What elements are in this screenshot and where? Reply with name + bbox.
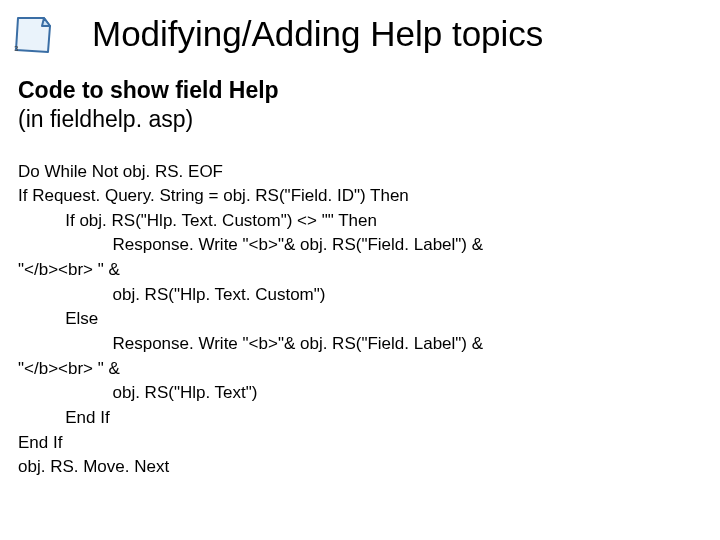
code-listing: Do While Not obj. RS. EOF If Request. Qu… bbox=[0, 134, 720, 480]
subheading-block: Code to show field Help (in fieldhelp. a… bbox=[0, 58, 720, 134]
slide-title: Modifying/Adding Help topics bbox=[64, 12, 543, 54]
slide-header: 3 Modifying/Adding Help topics bbox=[0, 0, 720, 58]
icon-container: 3 bbox=[10, 12, 64, 58]
slide-number: 3 bbox=[14, 44, 18, 53]
subheading-normal: (in fieldhelp. asp) bbox=[18, 105, 702, 134]
subheading-bold: Code to show field Help bbox=[18, 76, 702, 105]
